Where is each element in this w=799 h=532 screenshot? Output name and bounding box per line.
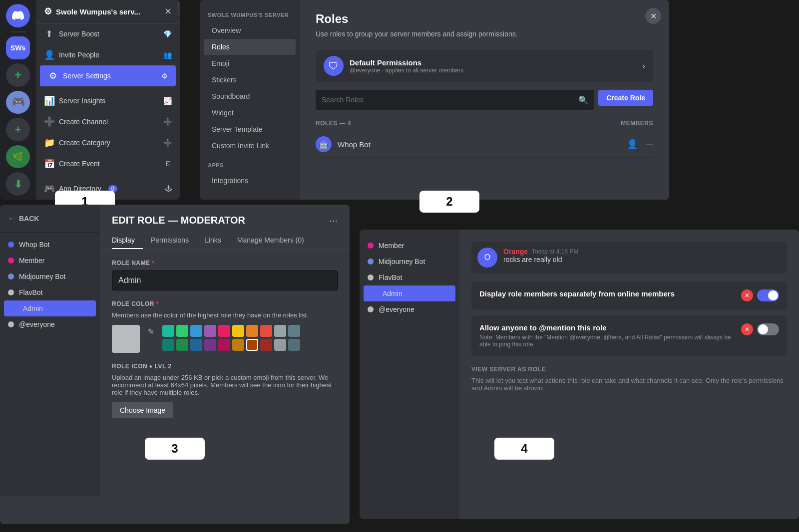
sidebar-item-server-template[interactable]: Server Template [204,121,296,137]
color-swatch-dark-purple[interactable] [204,339,216,351]
role-list-item-everyone-p4[interactable]: @everyone [360,301,459,317]
server-icon-download[interactable]: ⬇ [6,172,30,196]
menu-item-invite-people[interactable]: 👤 Invite People 👥 [36,44,180,65]
role-name-input[interactable] [112,270,338,290]
color-swatch-dark-slate[interactable] [288,339,300,351]
menu-item-create-channel[interactable]: ➕ Create Channel ➕ [36,111,180,132]
choose-image-label: Choose Image [120,406,165,414]
default-perms-icon: 🛡 [324,56,344,76]
color-swatch-dark-orange[interactable] [246,339,258,351]
search-roles-bar[interactable]: 🔍 [316,90,594,110]
default-color-swatch[interactable] [112,325,140,353]
server-icon-small: ⚙ [44,6,52,17]
color-swatch-slate[interactable] [288,325,300,337]
tab-manage-members[interactable]: Manage Members (0) [237,232,312,249]
server-icon-new[interactable]: + [6,118,30,141]
tab-permissions[interactable]: Permissions [151,232,197,249]
sidebar-item-stickers[interactable]: Stickers [204,72,296,88]
menu-item-server-settings[interactable]: ⚙ Server Settings ⚙ [40,65,176,86]
settings-sidebar-apps: APPS Integrations [200,156,300,189]
sidebar-item-overview[interactable]: Overview [204,22,296,38]
color-swatches-row2 [162,339,300,351]
event-badge-icon: 🗓 [165,160,172,168]
role-list-item-midjourney-p4[interactable]: Midjourney Bot [360,254,459,269]
color-swatch-dark-blue[interactable] [190,339,202,351]
add-member-icon[interactable]: 👤 [627,139,638,150]
toggle-close-icon[interactable]: ✕ [741,289,753,301]
server-insights-label: Server Insights [59,97,105,105]
view-server-as-role-label: VIEW SERVER AS ROLE [471,362,787,375]
role-list-item-whopbot[interactable]: Whop Bot [0,237,100,253]
color-swatch-green[interactable] [176,325,188,337]
role-list-item-flavbot[interactable]: FlavBot [0,284,100,300]
color-swatch-red[interactable] [260,325,272,337]
color-swatch-gray[interactable] [274,325,286,337]
create-channel-label: Create Channel [59,118,108,126]
role-list-item-admin[interactable]: Admin [4,300,96,316]
close-icon[interactable]: ✕ [164,6,172,17]
panel2-close-button[interactable]: ✕ [645,8,661,24]
role-list-item-admin-p4[interactable]: Admin [364,285,455,301]
settings-icon: ⚙ [48,70,58,81]
server-icon-game[interactable]: 🎮 [6,91,30,114]
color-swatch-dark-teal[interactable] [162,339,174,351]
role-item-label: Whop Bot [19,241,49,249]
tab-display[interactable]: Display [112,232,143,249]
color-swatch-dark-red[interactable] [260,339,272,351]
color-swatch-orange[interactable] [246,325,258,337]
role-row-whopbot[interactable]: 🤖 Whop Bot 👤 ··· [316,131,653,158]
search-roles-input[interactable] [322,96,574,104]
server-icon-sw[interactable]: SWs [6,36,30,60]
color-swatch-dark-pink[interactable] [218,339,230,351]
more-options-icon[interactable]: ··· [646,139,653,150]
sidebar-item-integrations[interactable]: Integrations [204,173,296,189]
chat-avatar: O [477,248,497,267]
toggle-mention-close-icon[interactable]: ✕ [741,323,753,335]
back-arrow-icon: ← [8,215,15,223]
chat-header: Orange Today at 4:16 PM [503,248,578,256]
role-list-item-member-p4[interactable]: Member [360,238,459,254]
more-options-icon[interactable]: ··· [329,215,338,226]
default-permissions-item[interactable]: 🛡 Default Permissions @everyone · applie… [316,50,653,82]
color-swatch-dark-green[interactable] [176,339,188,351]
color-swatch-dark-yellow[interactable] [232,339,244,351]
allow-mention-toggle[interactable] [757,323,779,335]
role-list-item-member[interactable]: Member [0,253,100,268]
server-icon-leaf[interactable]: 🌿 [6,145,30,169]
sidebar-item-soundboard[interactable]: Soundboard [204,88,296,104]
menu-item-server-insights[interactable]: 📊 Server Insights 📈 [36,90,180,111]
server-icon-add[interactable]: + [6,63,30,87]
display-separately-toggle[interactable] [757,289,779,301]
color-swatch-pink[interactable] [218,325,230,337]
role-item-label: @everyone [19,320,55,328]
color-swatch-teal[interactable] [162,325,174,337]
menu-item-create-category[interactable]: 📁 Create Category ➕ [36,132,180,153]
create-role-button[interactable]: Create Role [598,90,653,106]
color-swatch-purple[interactable] [204,325,216,337]
menu-item-server-boost[interactable]: ⬆ Server Boost 💎 [36,23,180,44]
app-directory-icon: 🎮 [44,183,54,194]
back-button[interactable]: ← BACK [8,215,39,223]
tab-indicator[interactable]: rule [177,0,180,16]
discord-logo-icon[interactable] [6,4,30,27]
sidebar-item-widget[interactable]: Widget [204,105,296,121]
role-item-label: Midjourney Bot [19,272,65,280]
role-list-item-everyone[interactable]: @everyone [0,316,100,332]
app-badge-icon: 🕹 [165,185,172,193]
sidebar-item-emoji[interactable]: Emoji [204,55,296,71]
color-swatch-blue[interactable] [190,325,202,337]
step4-badge: 4 [494,438,554,460]
sidebar-item-roles[interactable]: Roles [204,39,296,55]
tab-links[interactable]: Links [205,232,229,249]
menu-item-create-event[interactable]: 📅 Create Event 🗓 [36,153,180,174]
color-swatch-light-gray[interactable] [274,339,286,351]
eyedropper-icon[interactable]: ✎ [146,325,156,338]
boost-badge-icon: 💎 [163,30,172,38]
menu-item-left: 📁 Create Category [44,137,110,148]
choose-image-button[interactable]: Choose Image [112,402,173,418]
sidebar-item-custom-invite[interactable]: Custom Invite Link [204,138,296,154]
color-swatch-yellow[interactable] [232,325,244,337]
role-color-label-text: ROLE COLOR [112,300,154,307]
role-list-item-flavbot-p4[interactable]: FlavBot [360,269,459,285]
role-list-item-midjourney[interactable]: Midjourney Bot [0,268,100,284]
